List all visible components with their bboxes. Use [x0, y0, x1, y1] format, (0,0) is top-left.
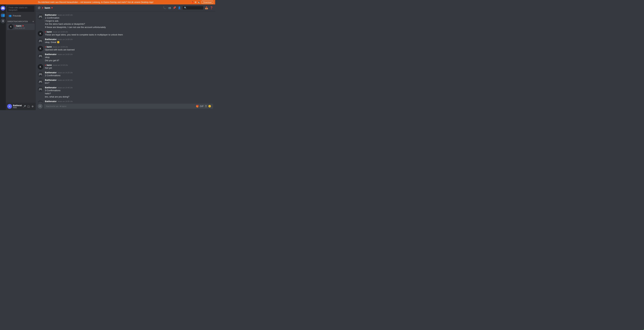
- msg-text-9b: hello?: [45, 92, 213, 95]
- dm-user-item-kann[interactable]: K ♥ kann Alea iacta est: [7, 23, 35, 30]
- msg-header-1: Battlenator heute um 14:03 Uhr: [45, 14, 213, 16]
- msg-content-10: Battlenator heute um 16:05 Uhr 4 Confirm…: [45, 100, 213, 102]
- own-avatar: B: [7, 104, 12, 109]
- msg-header-10: Battlenator heute um 16:05 Uhr: [45, 100, 213, 102]
- settings-button[interactable]: ⚙: [31, 105, 34, 108]
- msg-text-1c: Are the skins hard unlocks or blueprints…: [45, 22, 213, 25]
- phone-icon[interactable]: 📞: [163, 6, 166, 9]
- help-icon[interactable]: ❓: [210, 6, 213, 9]
- msg-timestamp-9: heute um 14:46 Uhr: [58, 87, 73, 89]
- messages-area: 🎮 Battlenator heute um 14:03 Uhr 1 Confi…: [36, 11, 215, 102]
- message-group-2: K ♥ kann heute um 14:08 Uhr These are le…: [38, 30, 213, 37]
- msg-content-7: Battlenator heute um 14:20 Uhr 2 Confirm…: [45, 71, 213, 77]
- download-button[interactable]: Download: [202, 1, 213, 4]
- msg-author-2: ♥ kann: [45, 30, 52, 33]
- chat-header: @ ♥ kann 📞 📹 📌 👤 📥 ❓: [36, 4, 215, 11]
- msg-text-3: okay. Great 😊: [45, 41, 213, 44]
- own-username: Battlenator: [13, 104, 22, 107]
- msg-text-1b: I forgot to ask.: [45, 19, 213, 22]
- battlenator-avatar-9: 🎮: [38, 87, 43, 92]
- dm-section-header: DIREKTNACHRICHTEN +: [6, 18, 36, 23]
- friends-icon: 👥: [8, 14, 12, 17]
- heart-icon: ♥: [15, 25, 16, 27]
- status-dot: [22, 25, 24, 26]
- msg-header-3: Battlenator heute um 14:08 Uhr: [45, 38, 213, 41]
- icon-sidebar: 👥 ⬇: [0, 4, 6, 110]
- msg-header-8: Battlenator heute um 14:32 Uhr: [45, 79, 213, 81]
- attach-button[interactable]: +: [38, 104, 42, 109]
- dm-user-info: ♥ kann Alea iacta est: [15, 24, 25, 29]
- msg-author-10: Battlenator: [45, 100, 57, 102]
- battlenator-avatar-7: 🎮: [38, 72, 43, 77]
- msg-text-2: These are legal skins, you need to compl…: [45, 33, 213, 36]
- msg-author-7: Battlenator: [45, 71, 57, 74]
- dm-user-name: ♥ kann: [15, 24, 25, 27]
- message-input[interactable]: [46, 105, 194, 108]
- gif-icon[interactable]: GIF: [200, 105, 204, 108]
- msg-timestamp-10: heute um 16:05 Uhr: [58, 101, 73, 102]
- banner-text: Du möchtest mehr aus Discord herausholen…: [2, 1, 190, 3]
- own-user-info: Battlenator #566: [13, 104, 22, 109]
- chat-header-name: kann: [45, 6, 53, 9]
- sidebar-item-friends[interactable]: 👥: [0, 13, 5, 17]
- msg-text-9c: bro, what are you doing?: [45, 95, 213, 98]
- message-input-box: 🎁 GIF 🗒 😊: [44, 104, 213, 109]
- battlenator-avatar-10: 🎮: [38, 100, 43, 102]
- dm-sidebar: Finde oder starte ein Gespräch 👥 Freunde…: [6, 4, 36, 110]
- sticker-icon[interactable]: 🗒: [205, 105, 207, 108]
- message-group-4: K ♥ kann heute um 14:09 Uhr Opened with …: [38, 45, 213, 52]
- gift-icon[interactable]: 🎁: [196, 105, 199, 108]
- discord-logo-button[interactable]: [0, 6, 5, 10]
- dm-search-box[interactable]: Finde oder starte ein Gespräch: [7, 6, 34, 12]
- msg-author-8: Battlenator: [45, 79, 57, 81]
- msg-author-9: Battlenator: [45, 86, 57, 89]
- sidebar-item-download[interactable]: ⬇: [0, 18, 5, 23]
- dm-section-label: DIREKTNACHRICHTEN: [8, 21, 28, 22]
- msg-content-9: Battlenator heute um 14:46 Uhr 3 Confirm…: [45, 86, 213, 98]
- kann-avatar-6: K: [38, 64, 43, 70]
- msg-header-2: ♥ kann heute um 14:08 Uhr: [45, 30, 213, 33]
- kann-avatar-2: K: [38, 31, 43, 36]
- msg-timestamp-4: heute um 14:09 Uhr: [53, 46, 68, 48]
- windows-icon: ⊞: [194, 1, 197, 3]
- msg-header-9: Battlenator heute um 14:46 Uhr: [45, 86, 213, 89]
- friends-row[interactable]: 👥 Freunde: [7, 13, 35, 18]
- emoji-icon[interactable]: 😊: [208, 105, 211, 108]
- msg-content-6: ♥ kann heute um 14:18 Uhr Not yet: [45, 64, 213, 70]
- msg-content-3: Battlenator heute um 14:08 Uhr okay. Gre…: [45, 38, 213, 44]
- msg-timestamp-1: heute um 14:03 Uhr: [58, 14, 73, 16]
- msg-text-5a: okay: [45, 56, 213, 59]
- dm-header-icon: @: [38, 6, 40, 9]
- app-body: 👥 ⬇ Finde oder starte ein Gespräch 👥 Fre…: [0, 4, 215, 110]
- msg-text-1d: If these are blueprints, I can not use t…: [45, 26, 213, 29]
- message-group-10: 🎮 Battlenator heute um 16:05 Uhr 4 Confi…: [38, 100, 213, 102]
- dm-add-button[interactable]: +: [32, 20, 34, 23]
- pin-icon[interactable]: 📌: [173, 6, 176, 9]
- msg-author-1: Battlenator: [45, 14, 57, 16]
- own-tag: #566: [13, 107, 22, 109]
- msg-author-5: Battlenator: [45, 53, 57, 56]
- header-icons: 📞 📹 📌 👤 📥 ❓: [163, 6, 213, 9]
- mute-button[interactable]: 🎤: [23, 105, 26, 108]
- message-group-3: 🎮 Battlenator heute um 14:08 Uhr okay. G…: [38, 38, 213, 44]
- msg-header-7: Battlenator heute um 14:20 Uhr: [45, 71, 213, 74]
- dm-search-placeholder: Finde oder starte ein Gespräch: [8, 6, 33, 11]
- apple-icon: 🍎: [191, 1, 194, 3]
- inbox-icon[interactable]: 📥: [205, 6, 208, 9]
- msg-timestamp-2: heute um 14:08 Uhr: [53, 31, 68, 33]
- dm-username: kann: [16, 24, 22, 27]
- add-friend-icon[interactable]: 👤: [178, 6, 181, 9]
- msg-text-8: bro?: [45, 81, 213, 85]
- battlenator-avatar-8: 🎮: [38, 79, 43, 85]
- message-group-8: 🎮 Battlenator heute um 14:32 Uhr bro?: [38, 78, 213, 85]
- battlenator-avatar-5: 🎮: [38, 53, 43, 59]
- msg-author-3: Battlenator: [45, 38, 57, 41]
- msg-text-1a: 1 Confirmation: [45, 16, 213, 19]
- battlenator-avatar-3: 🎮: [38, 38, 43, 44]
- sidebar-divider: [1, 11, 4, 12]
- deafen-button[interactable]: 🎧: [27, 105, 30, 108]
- video-icon[interactable]: 📹: [168, 6, 171, 9]
- msg-header-5: Battlenator heute um 14:09 Uhr: [45, 53, 213, 56]
- header-heart-icon: ♥: [42, 6, 43, 9]
- header-search-input[interactable]: [183, 6, 203, 9]
